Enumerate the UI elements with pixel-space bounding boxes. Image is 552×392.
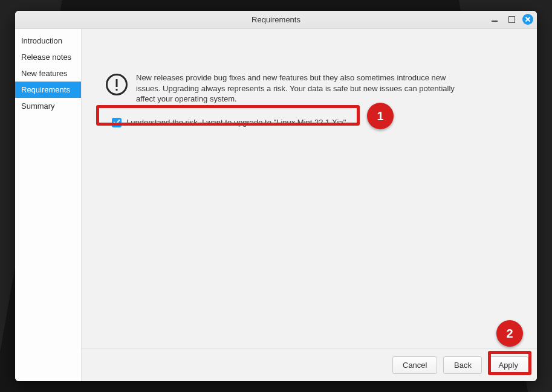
apply-button[interactable]: Apply <box>488 356 528 374</box>
warning-icon <box>106 74 128 95</box>
content-pane: New releases provide bug fixes and new f… <box>82 29 537 381</box>
warning-text: New releases provide bug fixes and new f… <box>136 72 463 104</box>
titlebar: Requirements <box>15 11 537 29</box>
dialog-window: Requirements Introduction Release notes … <box>15 11 537 381</box>
sidebar-item-requirements[interactable]: Requirements <box>15 82 81 98</box>
maximize-button[interactable] <box>505 13 518 25</box>
sidebar-item-introduction[interactable]: Introduction <box>15 33 81 49</box>
window-title: Requirements <box>15 15 537 24</box>
sidebar-item-summary[interactable]: Summary <box>15 98 81 114</box>
sidebar-item-release-notes[interactable]: Release notes <box>15 49 81 65</box>
close-button[interactable] <box>522 14 533 25</box>
back-button[interactable]: Back <box>443 356 482 374</box>
warning-row: New releases provide bug fixes and new f… <box>106 72 513 104</box>
cancel-button[interactable]: Cancel <box>392 356 437 374</box>
main-area: New releases provide bug fixes and new f… <box>82 29 537 349</box>
risk-checkbox-label: I understand the risk. I want to upgrade… <box>126 118 348 127</box>
minimize-button[interactable] <box>489 13 501 25</box>
sidebar: Introduction Release notes New features … <box>15 29 82 381</box>
sidebar-item-new-features[interactable]: New features <box>15 65 81 82</box>
risk-checkbox-row[interactable]: I understand the risk. I want to upgrade… <box>106 113 513 132</box>
risk-checkbox[interactable] <box>112 118 122 127</box>
footer: Cancel Back Apply <box>82 349 537 381</box>
window-controls <box>489 13 533 25</box>
dialog-body: Introduction Release notes New features … <box>15 29 537 381</box>
